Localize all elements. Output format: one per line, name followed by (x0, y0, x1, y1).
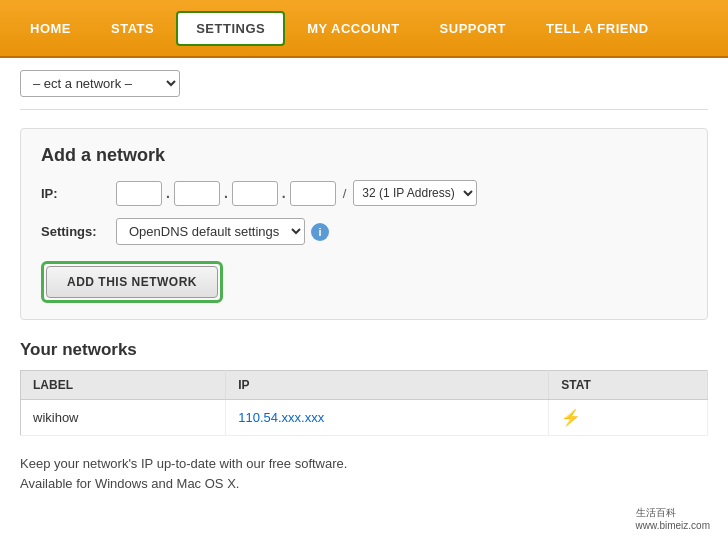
ip-octet3-input[interactable] (232, 181, 278, 206)
ip-octet1-input[interactable] (116, 181, 162, 206)
settings-select[interactable]: OpenDNS default settings (116, 218, 305, 245)
add-network-button[interactable]: ADD THIS NETWORK (46, 266, 218, 298)
col-status: STAT (549, 371, 708, 400)
ip-slash: / (338, 186, 352, 201)
network-status-cell: ⚡ (549, 400, 708, 436)
navigation-bar: HOME STATS SETTINGS MY ACCOUNT SUPPORT T… (0, 0, 728, 58)
add-network-title: Add a network (41, 145, 687, 166)
ip-octet2-input[interactable] (174, 181, 220, 206)
footer-text: Keep your network's IP up-to-date with o… (20, 454, 708, 493)
your-networks-title: Your networks (20, 340, 708, 360)
ip-fields: . . . / 32 (1 IP Address) (116, 180, 477, 206)
footer-line2: Available for Windows and Mac OS X. (20, 474, 708, 494)
info-icon[interactable]: i (311, 223, 329, 241)
ip-row: IP: . . . / 32 (1 IP Address) (41, 180, 687, 206)
nav-item-home[interactable]: HOME (12, 13, 89, 44)
ip-octet4-input[interactable] (290, 181, 336, 206)
nav-item-stats[interactable]: STATS (93, 13, 172, 44)
nav-item-settings[interactable]: SETTINGS (176, 11, 285, 46)
networks-table: LABEL IP STAT wikihow 110.54.xxx.xxx ⚡ (20, 370, 708, 436)
col-label: LABEL (21, 371, 226, 400)
nav-item-myaccount[interactable]: MY ACCOUNT (289, 13, 417, 44)
settings-label: Settings: (41, 224, 116, 239)
content-area: – ect a network – Add a network IP: . . … (0, 58, 728, 545)
add-network-section: Add a network IP: . . . / 32 (1 IP Addre… (20, 128, 708, 320)
nav-item-support[interactable]: SUPPORT (422, 13, 524, 44)
network-label-cell: wikihow (21, 400, 226, 436)
network-status-icon: ⚡ (561, 409, 581, 426)
ip-label: IP: (41, 186, 116, 201)
network-ip-cell: 110.54.xxx.xxx (226, 400, 549, 436)
table-row: wikihow 110.54.xxx.xxx ⚡ (21, 400, 708, 436)
ip-dot-1: . (164, 185, 172, 201)
network-selector-row: – ect a network – (20, 70, 708, 110)
footer-line1: Keep your network's IP up-to-date with o… (20, 454, 708, 474)
col-ip: IP (226, 371, 549, 400)
ip-dot-3: . (280, 185, 288, 201)
network-ip-link[interactable]: 110.54.xxx.xxx (238, 410, 324, 425)
table-header-row: LABEL IP STAT (21, 371, 708, 400)
nav-item-tellafriend[interactable]: TELL A FRIEND (528, 13, 667, 44)
ip-cidr-select[interactable]: 32 (1 IP Address) (353, 180, 477, 206)
ip-dot-2: . (222, 185, 230, 201)
your-networks-section: Your networks LABEL IP STAT wikihow 110.… (20, 340, 708, 436)
settings-row: Settings: OpenDNS default settings i (41, 218, 687, 245)
network-select[interactable]: – ect a network – (20, 70, 180, 97)
add-network-btn-wrapper: ADD THIS NETWORK (41, 261, 223, 303)
